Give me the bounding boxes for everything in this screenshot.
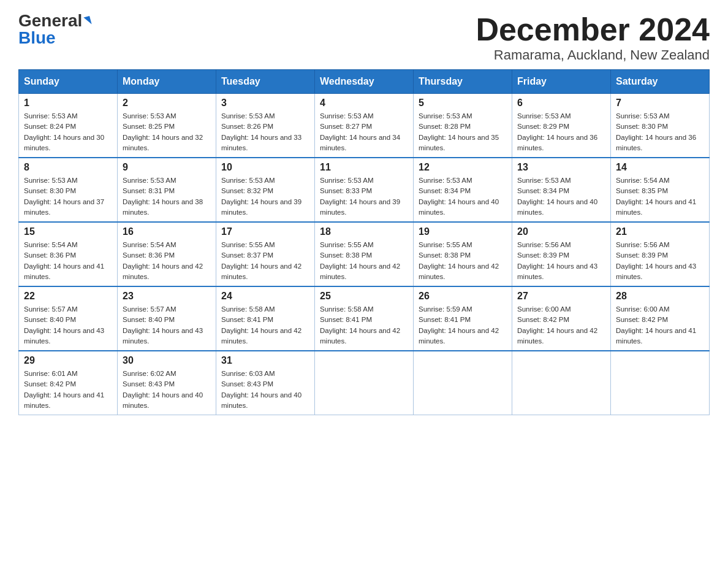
day-info: Sunrise: 5:54 AMSunset: 8:36 PMDaylight:… <box>24 240 112 282</box>
day-number: 11 <box>320 162 408 173</box>
location-title: Ramarama, Auckland, New Zealand <box>476 47 710 63</box>
day-number: 8 <box>24 162 112 173</box>
day-number: 31 <box>221 355 309 366</box>
day-info: Sunrise: 5:53 AMSunset: 8:29 PMDaylight:… <box>517 111 605 153</box>
day-info: Sunrise: 5:57 AMSunset: 8:40 PMDaylight:… <box>123 304 211 347</box>
day-info: Sunrise: 5:53 AMSunset: 8:27 PMDaylight:… <box>320 111 408 153</box>
day-info: Sunrise: 5:53 AMSunset: 8:34 PMDaylight:… <box>419 175 507 218</box>
column-header-tuesday: Tuesday <box>216 70 315 94</box>
day-number: 5 <box>419 98 507 109</box>
day-info: Sunrise: 6:00 AMSunset: 8:42 PMDaylight:… <box>517 304 605 347</box>
day-info: Sunrise: 5:53 AMSunset: 8:26 PMDaylight:… <box>221 111 309 153</box>
logo-general-text: General <box>18 12 82 29</box>
day-number: 26 <box>419 291 507 302</box>
day-info: Sunrise: 5:53 AMSunset: 8:33 PMDaylight:… <box>320 175 408 218</box>
day-number: 4 <box>320 98 408 109</box>
calendar-cell: 12Sunrise: 5:53 AMSunset: 8:34 PMDayligh… <box>414 158 512 222</box>
day-info: Sunrise: 5:53 AMSunset: 8:32 PMDaylight:… <box>221 175 309 218</box>
calendar-week-row: 29Sunrise: 6:01 AMSunset: 8:42 PMDayligh… <box>19 351 710 415</box>
calendar-cell: 8Sunrise: 5:53 AMSunset: 8:30 PMDaylight… <box>19 158 118 222</box>
calendar-cell: 31Sunrise: 6:03 AMSunset: 8:43 PMDayligh… <box>216 351 315 415</box>
column-header-friday: Friday <box>512 70 611 94</box>
logo-blue-text: Blue <box>18 29 56 47</box>
calendar-cell: 20Sunrise: 5:56 AMSunset: 8:39 PMDayligh… <box>512 222 611 286</box>
column-header-saturday: Saturday <box>611 70 710 94</box>
calendar-cell: 11Sunrise: 5:53 AMSunset: 8:33 PMDayligh… <box>315 158 414 222</box>
calendar-cell: 24Sunrise: 5:58 AMSunset: 8:41 PMDayligh… <box>216 286 315 351</box>
day-number: 28 <box>616 291 704 302</box>
day-number: 13 <box>517 162 605 173</box>
day-number: 27 <box>517 291 605 302</box>
calendar-cell: 1Sunrise: 5:53 AMSunset: 8:24 PMDaylight… <box>19 94 118 158</box>
day-info: Sunrise: 5:53 AMSunset: 8:34 PMDaylight:… <box>517 175 605 218</box>
calendar-cell: 10Sunrise: 5:53 AMSunset: 8:32 PMDayligh… <box>216 158 315 222</box>
day-number: 16 <box>123 226 211 237</box>
day-info: Sunrise: 5:53 AMSunset: 8:24 PMDaylight:… <box>24 111 112 153</box>
column-header-thursday: Thursday <box>414 70 512 94</box>
calendar-cell: 19Sunrise: 5:55 AMSunset: 8:38 PMDayligh… <box>414 222 512 286</box>
day-info: Sunrise: 6:02 AMSunset: 8:43 PMDaylight:… <box>123 369 211 411</box>
day-info: Sunrise: 6:03 AMSunset: 8:43 PMDaylight:… <box>221 369 309 411</box>
month-title: December 2024 <box>476 12 710 47</box>
calendar-table: SundayMondayTuesdayWednesdayThursdayFrid… <box>18 69 710 415</box>
calendar-cell <box>512 351 611 415</box>
calendar-cell: 28Sunrise: 6:00 AMSunset: 8:42 PMDayligh… <box>611 286 710 351</box>
day-info: Sunrise: 5:55 AMSunset: 8:37 PMDaylight:… <box>221 240 309 282</box>
calendar-cell: 6Sunrise: 5:53 AMSunset: 8:29 PMDaylight… <box>512 94 611 158</box>
day-number: 3 <box>221 98 309 109</box>
calendar-cell: 5Sunrise: 5:53 AMSunset: 8:28 PMDaylight… <box>414 94 512 158</box>
day-number: 20 <box>517 226 605 237</box>
calendar-cell: 17Sunrise: 5:55 AMSunset: 8:37 PMDayligh… <box>216 222 315 286</box>
calendar-week-row: 22Sunrise: 5:57 AMSunset: 8:40 PMDayligh… <box>19 286 710 351</box>
calendar-cell: 2Sunrise: 5:53 AMSunset: 8:25 PMDaylight… <box>118 94 216 158</box>
day-info: Sunrise: 5:57 AMSunset: 8:40 PMDaylight:… <box>24 304 112 347</box>
calendar-cell: 25Sunrise: 5:58 AMSunset: 8:41 PMDayligh… <box>315 286 414 351</box>
day-number: 30 <box>123 355 211 366</box>
page-header: General Blue December 2024 Ramarama, Auc… <box>18 12 710 63</box>
column-header-sunday: Sunday <box>19 70 118 94</box>
calendar-cell: 16Sunrise: 5:54 AMSunset: 8:36 PMDayligh… <box>118 222 216 286</box>
calendar-cell: 21Sunrise: 5:56 AMSunset: 8:39 PMDayligh… <box>611 222 710 286</box>
day-number: 14 <box>616 162 704 173</box>
calendar-cell <box>315 351 414 415</box>
day-info: Sunrise: 5:58 AMSunset: 8:41 PMDaylight:… <box>320 304 408 347</box>
day-info: Sunrise: 5:55 AMSunset: 8:38 PMDaylight:… <box>419 240 507 282</box>
day-number: 15 <box>24 226 112 237</box>
calendar-cell: 22Sunrise: 5:57 AMSunset: 8:40 PMDayligh… <box>19 286 118 351</box>
calendar-cell: 9Sunrise: 5:53 AMSunset: 8:31 PMDaylight… <box>118 158 216 222</box>
day-info: Sunrise: 5:54 AMSunset: 8:36 PMDaylight:… <box>123 240 211 282</box>
calendar-cell: 15Sunrise: 5:54 AMSunset: 8:36 PMDayligh… <box>19 222 118 286</box>
day-number: 18 <box>320 226 408 237</box>
calendar-week-row: 1Sunrise: 5:53 AMSunset: 8:24 PMDaylight… <box>19 94 710 158</box>
column-header-wednesday: Wednesday <box>315 70 414 94</box>
day-number: 25 <box>320 291 408 302</box>
calendar-cell: 30Sunrise: 6:02 AMSunset: 8:43 PMDayligh… <box>118 351 216 415</box>
day-number: 1 <box>24 98 112 109</box>
day-number: 22 <box>24 291 112 302</box>
day-info: Sunrise: 5:53 AMSunset: 8:25 PMDaylight:… <box>123 111 211 153</box>
day-info: Sunrise: 5:58 AMSunset: 8:41 PMDaylight:… <box>221 304 309 347</box>
day-number: 21 <box>616 226 704 237</box>
day-info: Sunrise: 5:54 AMSunset: 8:35 PMDaylight:… <box>616 175 704 218</box>
day-info: Sunrise: 5:53 AMSunset: 8:28 PMDaylight:… <box>419 111 507 153</box>
calendar-cell <box>611 351 710 415</box>
day-number: 10 <box>221 162 309 173</box>
day-info: Sunrise: 5:53 AMSunset: 8:30 PMDaylight:… <box>616 111 704 153</box>
day-info: Sunrise: 6:00 AMSunset: 8:42 PMDaylight:… <box>616 304 704 347</box>
day-info: Sunrise: 5:56 AMSunset: 8:39 PMDaylight:… <box>517 240 605 282</box>
calendar-cell: 23Sunrise: 5:57 AMSunset: 8:40 PMDayligh… <box>118 286 216 351</box>
calendar-week-row: 8Sunrise: 5:53 AMSunset: 8:30 PMDaylight… <box>19 158 710 222</box>
day-number: 24 <box>221 291 309 302</box>
calendar-cell: 13Sunrise: 5:53 AMSunset: 8:34 PMDayligh… <box>512 158 611 222</box>
day-info: Sunrise: 5:56 AMSunset: 8:39 PMDaylight:… <box>616 240 704 282</box>
title-block: December 2024 Ramarama, Auckland, New Ze… <box>476 12 710 63</box>
column-header-monday: Monday <box>118 70 216 94</box>
day-number: 7 <box>616 98 704 109</box>
logo: General Blue <box>18 12 91 47</box>
calendar-cell: 4Sunrise: 5:53 AMSunset: 8:27 PMDaylight… <box>315 94 414 158</box>
calendar-cell: 27Sunrise: 6:00 AMSunset: 8:42 PMDayligh… <box>512 286 611 351</box>
day-info: Sunrise: 5:53 AMSunset: 8:31 PMDaylight:… <box>123 175 211 218</box>
day-number: 2 <box>123 98 211 109</box>
calendar-week-row: 15Sunrise: 5:54 AMSunset: 8:36 PMDayligh… <box>19 222 710 286</box>
day-info: Sunrise: 5:55 AMSunset: 8:38 PMDaylight:… <box>320 240 408 282</box>
